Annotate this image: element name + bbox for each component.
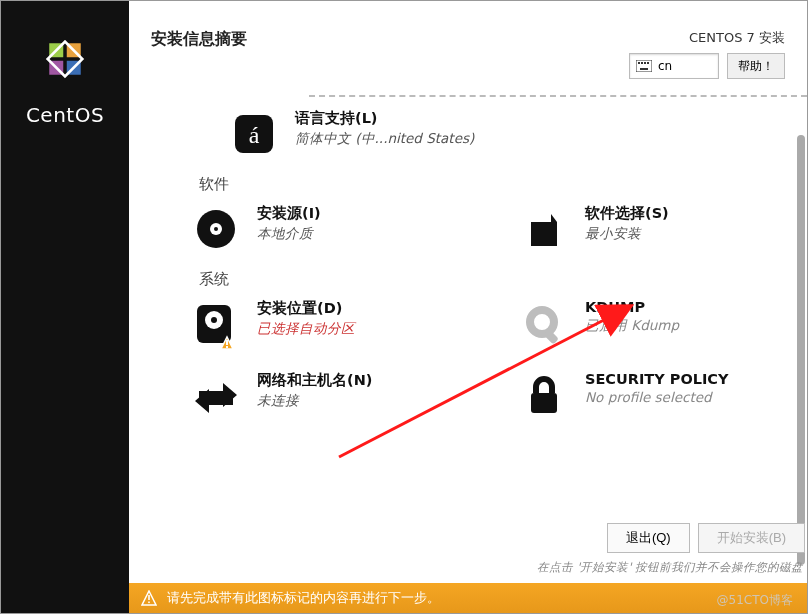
package-icon	[519, 204, 569, 254]
installer-sidebar: CentOS	[1, 1, 129, 613]
svg-point-22	[530, 310, 554, 334]
spoke-installation-source[interactable]: 安装源(I) 本地介质	[191, 204, 479, 254]
destination-title: 安装位置(D)	[257, 299, 355, 318]
svg-point-15	[214, 227, 218, 231]
svg-rect-7	[641, 62, 643, 64]
quit-button[interactable]: 退出(Q)	[607, 523, 690, 553]
language-title: 语言支持(L)	[295, 109, 474, 128]
category-system: 系统	[199, 270, 807, 289]
security-status: No profile selected	[585, 389, 729, 405]
source-status: 本地介质	[257, 225, 321, 243]
category-software: 软件	[199, 175, 807, 194]
spoke-installation-destination[interactable]: 安装位置(D) 已选择自动分区	[191, 299, 479, 349]
spoke-security-policy[interactable]: SECURITY POLICY No profile selected	[519, 371, 807, 421]
selection-status: 最小安装	[585, 225, 669, 243]
separator	[309, 95, 807, 97]
spoke-software-selection[interactable]: 软件选择(S) 最小安装	[519, 204, 807, 254]
destination-status: 已选择自动分区	[257, 320, 355, 338]
keyboard-indicator[interactable]: cn	[629, 53, 719, 79]
svg-rect-20	[226, 340, 228, 345]
network-title: 网络和主机名(N)	[257, 371, 372, 390]
footer-hint: 在点击 '开始安装' 按钮前我们并不会操作您的磁盘	[537, 560, 803, 575]
kdump-title: KDUMP	[585, 299, 679, 315]
lock-icon	[519, 371, 569, 421]
warning-bar: 请先完成带有此图标标记的内容再进行下一步。	[129, 583, 807, 613]
brand-label: CentOS	[26, 103, 104, 127]
main-pane: 安装信息摘要 CENTOS 7 安装 cn 帮助！	[129, 1, 807, 613]
security-title: SECURITY POLICY	[585, 371, 729, 387]
kdump-icon	[519, 299, 569, 349]
network-icon	[191, 371, 241, 421]
page-title: 安装信息摘要	[151, 29, 247, 50]
svg-rect-21	[226, 346, 228, 348]
keyboard-icon	[636, 60, 652, 72]
svg-rect-10	[640, 68, 648, 70]
vertical-scrollbar[interactable]	[797, 95, 805, 575]
network-status: 未连接	[257, 392, 372, 410]
svg-rect-24	[531, 393, 557, 413]
svg-rect-8	[644, 62, 646, 64]
scrollbar-thumb[interactable]	[797, 135, 805, 565]
svg-rect-28	[148, 602, 150, 604]
svg-rect-6	[638, 62, 640, 64]
warning-icon	[141, 590, 157, 606]
keyboard-label: cn	[658, 59, 672, 73]
svg-text:á: á	[249, 122, 260, 148]
svg-rect-5	[636, 60, 652, 72]
warning-text: 请先完成带有此图标标记的内容再进行下一步。	[167, 589, 440, 607]
language-status: 简体中文 (中...nited States)	[295, 130, 474, 148]
language-icon: á	[229, 109, 279, 159]
source-title: 安装源(I)	[257, 204, 321, 223]
help-button[interactable]: 帮助！	[727, 53, 785, 79]
spoke-network[interactable]: 网络和主机名(N) 未连接	[191, 371, 479, 421]
svg-point-18	[211, 317, 217, 323]
hdd-icon	[191, 299, 241, 349]
svg-rect-27	[148, 595, 150, 600]
watermark: @51CTO博客	[717, 592, 793, 609]
begin-install-button[interactable]: 开始安装(B)	[698, 523, 805, 553]
selection-title: 软件选择(S)	[585, 204, 669, 223]
kdump-status: 已启用 Kdump	[585, 317, 679, 335]
svg-rect-9	[647, 62, 649, 64]
centos-logo-icon	[25, 19, 105, 99]
product-label: CENTOS 7 安装	[689, 29, 785, 47]
spoke-language-support[interactable]: á 语言支持(L) 简体中文 (中...nited States)	[229, 109, 474, 159]
disc-icon	[191, 204, 241, 254]
spoke-kdump[interactable]: KDUMP 已启用 Kdump	[519, 299, 807, 349]
